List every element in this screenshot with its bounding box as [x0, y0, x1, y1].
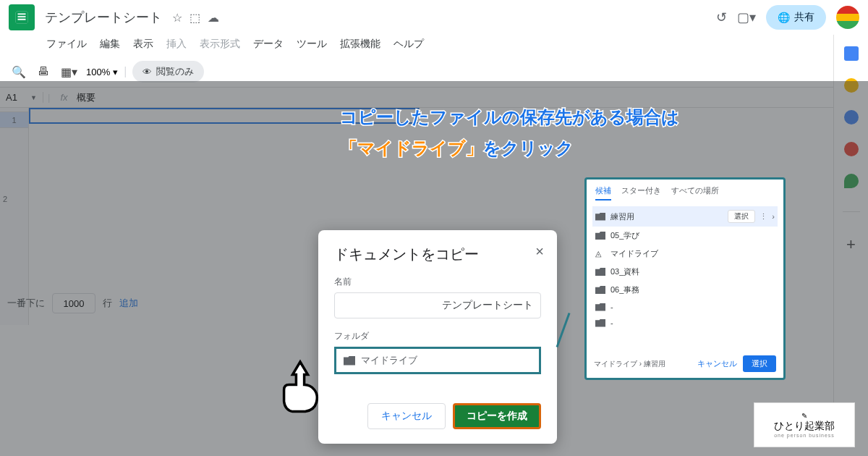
picker-row[interactable]: ◬マイドライブ — [592, 245, 778, 263]
picker-row[interactable]: - — [592, 315, 778, 331]
picker-row[interactable]: 03_資料 — [592, 263, 778, 281]
folder-picker-panel: 候補 スター付き すべての場所 練習用 選択 ⋮ › 05_学び ◬マイドライブ… — [584, 177, 786, 380]
picker-tab-suggested[interactable]: 候補 — [595, 185, 611, 200]
picker-row[interactable]: 06_事務 — [592, 281, 778, 299]
menu-file[interactable]: ファイル — [41, 35, 93, 54]
copy-dialog: ドキュメントをコピー × 名前 フォルダ マイドライブ キャンセル コピーを作成 — [318, 230, 557, 444]
app-header: テンプレートシート ☆ ⬚ ☁ ↺ ▢▾ 🌐 共有 — [0, 0, 868, 35]
menu-help[interactable]: ヘルプ — [388, 35, 430, 54]
sheets-logo-icon — [9, 4, 35, 30]
selected-badge: 選択 — [728, 210, 755, 223]
dialog-title: ドキュメントをコピー — [334, 245, 541, 264]
star-icon[interactable]: ☆ — [172, 11, 182, 25]
picker-tab-all[interactable]: すべての場所 — [671, 185, 719, 200]
account-avatar[interactable] — [836, 6, 859, 29]
menu-bar: ファイル 編集 表示 挿入 表示形式 データ ツール 拡張機能 ヘルプ — [0, 35, 868, 54]
print-icon[interactable]: 🖶 — [35, 62, 52, 81]
folder-icon — [344, 356, 355, 366]
close-icon[interactable]: × — [535, 243, 544, 260]
move-icon[interactable]: ⬚ — [190, 11, 200, 25]
picker-breadcrumb[interactable]: マイドライブ › 練習用 — [594, 359, 665, 369]
folder-icon — [595, 268, 605, 276]
menu-format: 表示形式 — [194, 35, 246, 54]
search-icon[interactable]: 🔍 — [9, 62, 29, 82]
name-label: 名前 — [334, 276, 541, 288]
folder-icon — [595, 319, 605, 327]
folder-label: フォルダ — [334, 330, 541, 342]
menu-edit[interactable]: 編集 — [94, 35, 126, 54]
filter-icon[interactable]: ▦▾ — [58, 62, 80, 82]
copy-name-input[interactable] — [334, 292, 541, 318]
menu-insert: 挿入 — [161, 35, 192, 54]
calendar-icon[interactable] — [844, 46, 859, 61]
menu-extensions[interactable]: 拡張機能 — [334, 35, 386, 54]
picker-tab-starred[interactable]: スター付き — [621, 185, 661, 200]
meet-icon[interactable]: ▢▾ — [737, 9, 756, 25]
view-only-badge[interactable]: 👁 閲覧のみ — [132, 61, 204, 83]
more-icon[interactable]: ⋮ — [760, 212, 767, 221]
folder-icon — [595, 286, 605, 294]
annotation-text: コピーしたファイルの保存先がある場合は 「マイドライブ」をクリック — [340, 101, 679, 164]
chevron-right-icon[interactable]: › — [772, 212, 775, 221]
menu-data[interactable]: データ — [247, 35, 289, 54]
folder-icon — [595, 213, 605, 221]
picker-cancel-button[interactable]: キャンセル — [697, 358, 737, 369]
pointing-hand-icon — [275, 355, 326, 420]
folder-picker-button[interactable]: マイドライブ — [334, 347, 541, 374]
document-title[interactable]: テンプレートシート — [41, 7, 166, 28]
globe-icon: 🌐 — [778, 12, 790, 23]
zoom-dropdown[interactable]: 100% ▾ — [86, 67, 118, 77]
cancel-button[interactable]: キャンセル — [367, 403, 446, 429]
folder-icon — [595, 232, 605, 240]
share-button[interactable]: 🌐 共有 — [766, 5, 826, 30]
history-icon[interactable]: ↺ — [716, 9, 727, 25]
picker-row[interactable]: - — [592, 299, 778, 315]
menu-tools[interactable]: ツール — [291, 35, 333, 54]
folder-icon — [595, 303, 605, 311]
drive-icon: ◬ — [595, 249, 605, 258]
cloud-saved-icon: ☁ — [208, 11, 219, 25]
picker-select-button[interactable]: 選択 — [743, 355, 776, 372]
picker-row[interactable]: 05_学び — [592, 227, 778, 245]
menu-view[interactable]: 表示 — [127, 35, 159, 54]
brand-badge: ✎ ひとり起業部 one person business — [754, 402, 855, 447]
eye-icon: 👁 — [142, 67, 152, 77]
create-copy-button[interactable]: コピーを作成 — [453, 403, 541, 429]
picker-row-selected[interactable]: 練習用 選択 ⋮ › — [592, 206, 778, 227]
